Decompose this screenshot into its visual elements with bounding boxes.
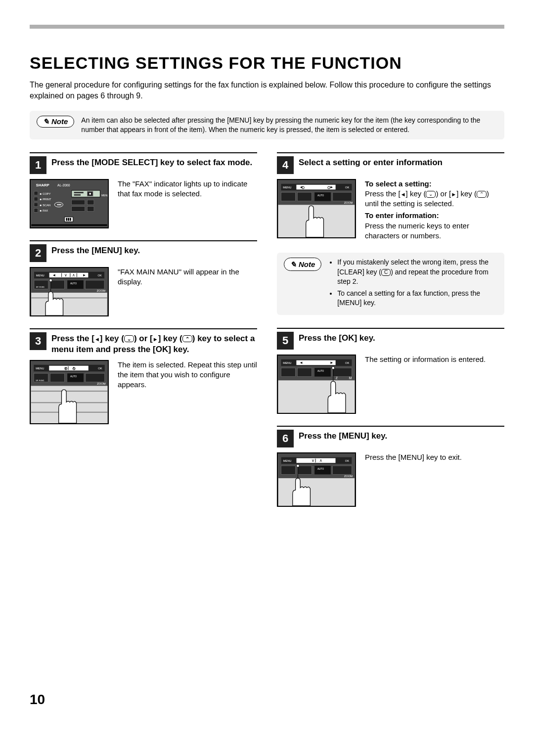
note-text: An item can also be selected after press… — [81, 116, 497, 134]
step-body-text: To select a setting: Press the [◄] key (… — [365, 179, 504, 241]
step-title: Select a setting or enter information — [299, 156, 443, 168]
right-arrow-icon: ► — [153, 336, 158, 342]
svg-rect-66 — [86, 373, 105, 382]
svg-rect-63 — [50, 373, 64, 382]
svg-rect-4 — [34, 197, 38, 201]
svg-rect-110 — [297, 458, 336, 463]
svg-text:∨: ∨ — [312, 458, 314, 463]
svg-text:■: ■ — [40, 203, 42, 206]
svg-rect-15 — [74, 192, 84, 193]
step-number: 4 — [277, 156, 294, 174]
svg-text:◄: ◄ — [299, 360, 303, 365]
svg-rect-49 — [31, 297, 107, 298]
step-number: 5 — [277, 332, 294, 350]
svg-point-121 — [297, 464, 300, 467]
svg-rect-21 — [87, 200, 93, 205]
svg-text:MENU: MENU — [283, 361, 291, 364]
svg-rect-97 — [297, 368, 312, 376]
svg-text:ZOOM: ZOOM — [344, 201, 353, 204]
svg-text:■: ■ — [40, 192, 42, 195]
svg-text:ZOOM: ZOOM — [344, 475, 353, 478]
svg-text:MENU: MENU — [283, 459, 292, 462]
svg-rect-96 — [281, 368, 295, 376]
down-key-icon: ⌄ — [426, 191, 436, 198]
step-number: 3 — [30, 332, 46, 350]
svg-rect-7 — [34, 203, 38, 207]
note-pill: ✎ Note — [284, 258, 321, 271]
svg-rect-14 — [72, 190, 100, 197]
svg-rect-100 — [333, 368, 352, 376]
svg-rect-118 — [333, 466, 352, 474]
up-key-icon: ⌃ — [477, 191, 487, 198]
svg-text:■: ■ — [40, 209, 42, 212]
svg-rect-82 — [281, 192, 295, 201]
step-3: 3 Press the [◄] key (⌄) or [►] key (⌃) k… — [30, 328, 257, 424]
svg-rect-83 — [297, 192, 312, 201]
left-arrow-icon: ◄ — [94, 336, 100, 342]
svg-rect-25 — [66, 218, 67, 221]
svg-text:Z: Z — [336, 376, 338, 380]
note-label: Note — [299, 259, 315, 269]
svg-text:MENU: MENU — [36, 274, 44, 277]
svg-text:AUTO: AUTO — [70, 375, 77, 378]
note-top: ✎ Note An item can also be selected afte… — [30, 111, 504, 139]
svg-text:OK: OK — [345, 459, 349, 462]
step-title: Press the [MENU] key. — [51, 244, 140, 256]
step-body-text: The setting or information is entered. — [365, 355, 486, 364]
svg-text:►: ► — [330, 185, 334, 189]
svg-rect-27 — [70, 218, 71, 221]
svg-text:AUTO: AUTO — [317, 194, 324, 196]
page-number: 10 — [30, 692, 504, 708]
svg-text:ZOOM: ZOOM — [97, 289, 105, 292]
svg-rect-20 — [72, 200, 85, 205]
svg-text:MENU: MENU — [36, 367, 44, 370]
svg-text:►: ► — [330, 360, 334, 365]
svg-text:SP. FUNC: SP. FUNC — [36, 286, 45, 288]
svg-text:OK: OK — [345, 361, 350, 364]
intro-text: The general procedure for configuring se… — [30, 80, 504, 102]
svg-text:AUTO: AUTO — [317, 370, 324, 372]
svg-rect-70 — [31, 391, 107, 392]
svg-rect-16 — [74, 194, 81, 195]
enter-text: Press the numeric keys to enter characte… — [365, 222, 469, 240]
svg-rect-23 — [87, 206, 93, 211]
step-body-text: The item is selected. Repeat this step u… — [118, 360, 257, 390]
svg-rect-22 — [72, 206, 85, 211]
svg-rect-11 — [34, 208, 38, 212]
svg-text:AUTO: AUTO — [317, 468, 324, 470]
step-title: Press the [◄] key (⌄) or [►] key (⌃) key… — [51, 332, 257, 355]
svg-text:MENU: MENU — [101, 194, 108, 196]
step-5: 5 Press the [OK] key. MENU OK ◄► AUTO — [277, 328, 504, 414]
control-panel-illustration: MENU OK ∨ ∧ AUTO SP. FUNC ZOOM — [30, 360, 109, 424]
control-panel-illustration: MENU OK ◄ ► ∨ ∧ AUTO SP. FUNC ZOOM — [30, 267, 109, 316]
svg-text:∧: ∧ — [319, 458, 322, 463]
step-title: Press the [OK] key. — [299, 332, 375, 344]
svg-text:MENU: MENU — [283, 186, 291, 189]
up-key-icon: ⌃ — [182, 335, 192, 342]
step-number: 2 — [30, 244, 46, 262]
step-6: 6 Press the [MENU] key. MENU OK ∨∧ AUTO — [277, 426, 504, 507]
step-2: 2 Press the [MENU] key. MENU OK ◄ ► ∨ ∧ — [30, 240, 257, 316]
control-panel-illustration: MENU OK ◄► AUTO Z M — [277, 355, 356, 414]
step-title: Press the [MENU] key. — [299, 430, 387, 442]
step-number: 1 — [30, 156, 46, 174]
svg-text:OK: OK — [98, 274, 102, 277]
device-panel-illustration: SHARP AL-2060 ■COPY ■PRINT ■SCAN ■FAX ME… — [30, 179, 109, 228]
step-title: Press the [MODE SELECT] key to select fa… — [51, 156, 252, 168]
svg-rect-48 — [31, 292, 107, 315]
note-label: Note — [51, 117, 68, 126]
svg-text:∧: ∧ — [72, 273, 75, 277]
svg-text:FAX: FAX — [43, 209, 48, 212]
svg-text:PRINT: PRINT — [43, 198, 51, 201]
svg-point-50 — [49, 279, 52, 282]
svg-text:AUTO: AUTO — [70, 282, 77, 284]
step-body-text: Press the [MENU] key to exit. — [365, 452, 462, 462]
svg-text:OK: OK — [345, 186, 350, 189]
svg-text:OK: OK — [98, 367, 102, 370]
svg-rect-86 — [333, 192, 352, 201]
left-arrow-icon: ◄ — [400, 191, 406, 197]
select-heading: To select a setting: — [365, 179, 504, 189]
svg-rect-56 — [49, 365, 88, 370]
pencil-icon: ✎ — [290, 259, 297, 269]
step-number: 6 — [277, 430, 294, 447]
